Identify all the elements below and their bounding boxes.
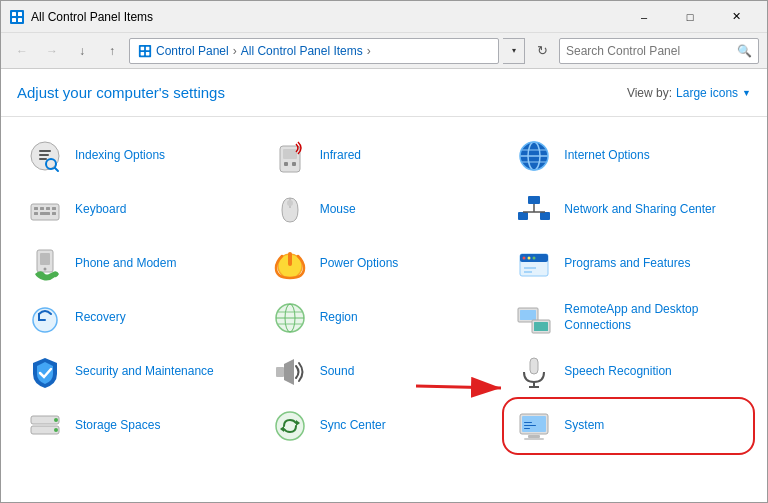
forward-button[interactable]: → — [39, 38, 65, 64]
security-maintenance-label: Security and Maintenance — [75, 364, 214, 380]
svg-rect-82 — [524, 428, 530, 429]
grid-item-sync-center[interactable]: Sync Center — [262, 399, 507, 453]
grid-item-internet-options[interactable]: Internet Options — [506, 129, 751, 183]
items-grid: Indexing OptionsInfraredInternet Options… — [1, 125, 767, 456]
region-label: Region — [320, 310, 358, 326]
svg-rect-5 — [139, 44, 151, 56]
speech-recognition-icon — [514, 352, 554, 392]
security-maintenance-icon — [25, 352, 65, 392]
grid-item-keyboard[interactable]: Keyboard — [17, 183, 262, 237]
svg-rect-31 — [34, 212, 38, 215]
svg-rect-1 — [12, 12, 16, 16]
svg-rect-29 — [46, 207, 50, 210]
main-content: Adjust your computer's settings View by:… — [1, 69, 767, 456]
svg-rect-46 — [288, 252, 292, 266]
grid-item-speech-recognition[interactable]: Speech Recognition — [506, 345, 751, 399]
svg-rect-63 — [534, 322, 548, 331]
svg-rect-36 — [528, 196, 540, 204]
svg-rect-28 — [40, 207, 44, 210]
recovery-icon — [25, 298, 65, 338]
search-input[interactable] — [566, 44, 733, 58]
mouse-label: Mouse — [320, 202, 356, 218]
view-by-arrow-icon[interactable]: ▼ — [742, 88, 751, 98]
view-bar: Adjust your computer's settings View by:… — [1, 69, 767, 117]
back-button[interactable]: ← — [9, 38, 35, 64]
grid-item-power-options[interactable]: Power Options — [262, 237, 507, 291]
address-bar: ← → ↓ ↑ Control Panel › All Control Pane… — [1, 33, 767, 69]
grid-item-network-sharing[interactable]: Network and Sharing Center — [506, 183, 751, 237]
recovery-label: Recovery — [75, 310, 126, 326]
grid-item-programs-features[interactable]: Programs and Features — [506, 237, 751, 291]
programs-features-label: Programs and Features — [564, 256, 690, 272]
system-label: System — [564, 418, 604, 434]
indexing-options-icon — [25, 136, 65, 176]
grid-item-mouse[interactable]: Mouse — [262, 183, 507, 237]
svg-rect-37 — [518, 212, 528, 220]
svg-rect-35 — [287, 200, 293, 206]
sync-center-icon — [270, 406, 310, 446]
grid-item-troubleshooting[interactable]: Troubleshooting — [262, 453, 507, 456]
svg-rect-11 — [39, 150, 51, 152]
grid-item-storage-spaces[interactable]: Storage Spaces — [17, 399, 262, 453]
region-icon — [270, 298, 310, 338]
breadcrumb-all-items[interactable]: All Control Panel Items — [241, 44, 363, 58]
svg-rect-4 — [18, 18, 22, 22]
close-button[interactable]: ✕ — [713, 1, 759, 33]
power-options-icon — [270, 244, 310, 284]
svg-rect-6 — [141, 46, 145, 50]
speech-recognition-label: Speech Recognition — [564, 364, 671, 380]
keyboard-label: Keyboard — [75, 202, 126, 218]
address-path: Control Panel › All Control Panel Items … — [129, 38, 499, 64]
grid-item-sound[interactable]: Sound — [262, 345, 507, 399]
grid-item-remoteapp[interactable]: RemoteApp and Desktop Connections — [506, 291, 751, 345]
grid-item-system[interactable]: System — [506, 399, 751, 453]
grid-item-infrared[interactable]: Infrared — [262, 129, 507, 183]
phone-modem-label: Phone and Modem — [75, 256, 176, 272]
svg-line-15 — [55, 168, 58, 171]
refresh-button[interactable]: ↻ — [529, 38, 555, 64]
grid-item-recovery[interactable]: Recovery — [17, 291, 262, 345]
svg-rect-0 — [10, 10, 24, 24]
svg-rect-81 — [524, 425, 536, 426]
system-icon — [514, 406, 554, 446]
view-by-value[interactable]: Large icons — [676, 86, 738, 100]
sound-label: Sound — [320, 364, 355, 380]
window-controls: – □ ✕ — [621, 1, 759, 33]
search-box: 🔍 — [559, 38, 759, 64]
breadcrumb-control-panel[interactable]: Control Panel — [156, 44, 229, 58]
remoteapp-label: RemoteApp and Desktop Connections — [564, 302, 743, 333]
power-options-label: Power Options — [320, 256, 399, 272]
internet-options-icon — [514, 136, 554, 176]
search-icon: 🔍 — [737, 44, 752, 58]
grid-item-user-accounts[interactable]: User Accounts — [506, 453, 751, 456]
grid-item-taskbar-navigation[interactable]: Taskbar and Navigation — [17, 453, 262, 456]
svg-rect-30 — [52, 207, 56, 210]
up-button[interactable]: ↑ — [99, 38, 125, 64]
network-sharing-icon — [514, 190, 554, 230]
svg-point-51 — [533, 257, 536, 260]
minimize-button[interactable]: – — [621, 1, 667, 33]
svg-point-44 — [44, 268, 47, 271]
storage-spaces-label: Storage Spaces — [75, 418, 160, 434]
phone-modem-icon — [25, 244, 65, 284]
svg-rect-61 — [520, 310, 536, 320]
svg-rect-3 — [12, 18, 16, 22]
svg-rect-17 — [283, 149, 297, 159]
svg-point-71 — [54, 418, 58, 422]
dropdown-button[interactable]: ↓ — [69, 38, 95, 64]
sync-center-label: Sync Center — [320, 418, 386, 434]
svg-rect-77 — [522, 416, 546, 432]
window-icon — [9, 9, 25, 25]
grid-item-phone-modem[interactable]: Phone and Modem — [17, 237, 262, 291]
address-dropdown[interactable]: ▾ — [503, 38, 525, 64]
title-bar: All Control Panel Items – □ ✕ — [1, 1, 767, 33]
maximize-button[interactable]: □ — [667, 1, 713, 33]
grid-item-security-maintenance[interactable]: Security and Maintenance — [17, 345, 262, 399]
svg-rect-43 — [40, 253, 50, 265]
mouse-icon — [270, 190, 310, 230]
grid-item-region[interactable]: Region — [262, 291, 507, 345]
grid-item-indexing-options[interactable]: Indexing Options — [17, 129, 262, 183]
view-by-control: View by: Large icons ▼ — [627, 86, 751, 100]
remoteapp-icon — [514, 298, 554, 338]
keyboard-icon — [25, 190, 65, 230]
